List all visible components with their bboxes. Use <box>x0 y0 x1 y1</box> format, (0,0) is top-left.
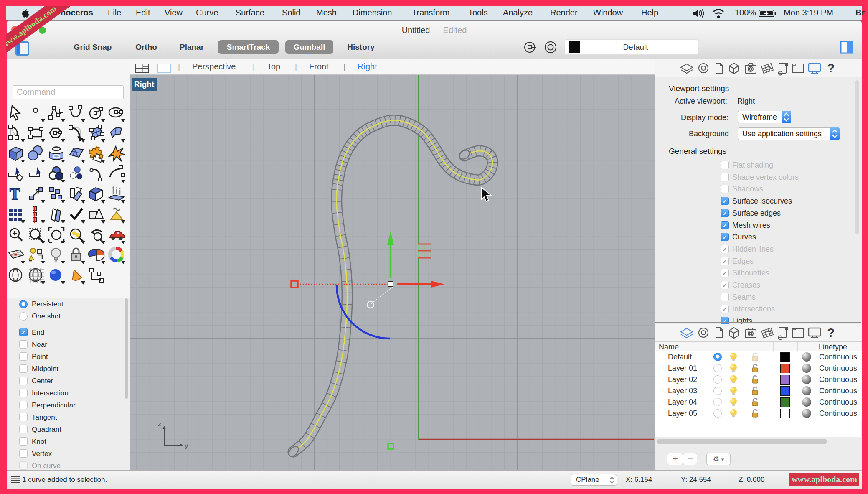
svg-text:?: ? <box>827 61 835 75</box>
svg-text:y: y <box>185 442 188 450</box>
svg-text:?: ? <box>827 326 835 339</box>
svg-text:T: T <box>10 185 20 203</box>
svg-text:z: z <box>158 420 162 428</box>
